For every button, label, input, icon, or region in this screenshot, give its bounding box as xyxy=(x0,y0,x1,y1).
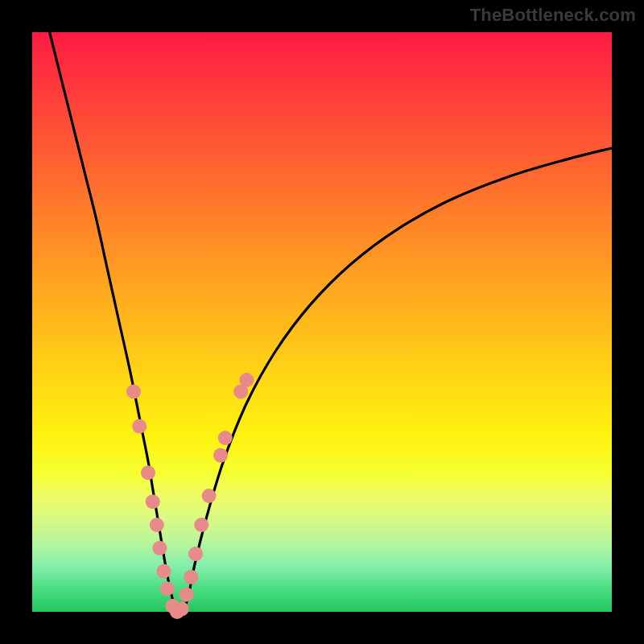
curve-marker xyxy=(239,373,254,387)
curve-marker xyxy=(152,541,167,555)
curve-marker xyxy=(184,570,198,584)
curve-marker xyxy=(150,518,164,532)
curve-marker xyxy=(175,601,189,616)
curve-marker xyxy=(146,494,160,509)
curve-marker xyxy=(156,564,171,579)
curve-svg xyxy=(32,32,612,612)
curve-marker xyxy=(126,384,141,398)
curve-markers xyxy=(126,373,254,619)
curve-marker xyxy=(202,489,217,503)
curve-marker xyxy=(188,547,203,561)
watermark-text: TheBottleneck.com xyxy=(470,5,636,26)
curve-marker xyxy=(213,448,228,463)
chart-frame: TheBottleneck.com xyxy=(0,0,644,644)
curve-marker xyxy=(132,419,147,434)
curve-marker xyxy=(194,518,208,532)
curve-marker xyxy=(218,431,233,445)
plot-area xyxy=(32,32,612,612)
curve-marker xyxy=(141,465,155,480)
curve-marker xyxy=(160,581,175,596)
bottleneck-curve xyxy=(50,32,612,614)
curve-marker xyxy=(180,587,194,601)
